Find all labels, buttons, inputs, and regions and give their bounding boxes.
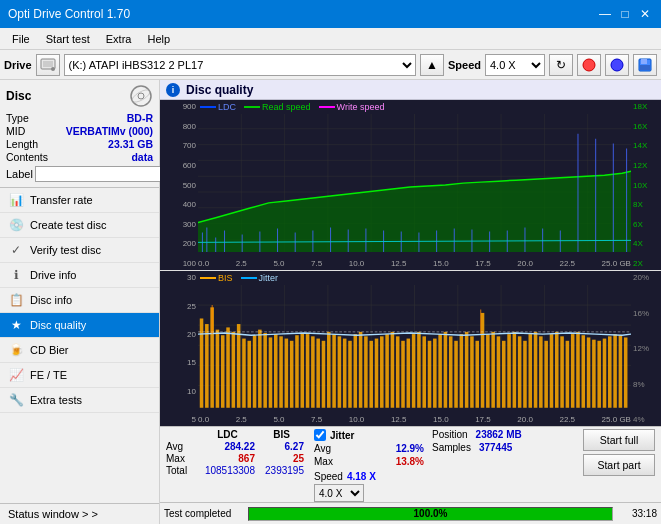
disc-title: Disc <box>6 89 31 103</box>
svg-rect-119 <box>460 334 464 408</box>
svg-rect-116 <box>444 332 448 408</box>
jitter-avg-row: Avg 12.9% <box>314 443 424 454</box>
position-row: Position 23862 MB <box>432 429 522 440</box>
svg-rect-97 <box>343 339 347 408</box>
svg-rect-149 <box>619 335 623 408</box>
status-window-button[interactable]: Status window > > <box>0 503 159 524</box>
svg-rect-73 <box>216 330 220 408</box>
svg-rect-88 <box>295 335 299 408</box>
menu-help[interactable]: Help <box>139 31 178 47</box>
stats-avg-row: Avg 284.22 6.27 <box>166 441 306 452</box>
maximize-button[interactable]: □ <box>617 6 633 22</box>
disc-mid-label: MID <box>6 125 25 137</box>
sidebar-item-cd-bier[interactable]: 🍺 CD Bier <box>0 338 159 363</box>
sidebar-item-label: Disc quality <box>30 319 86 331</box>
erase-button[interactable] <box>605 54 629 76</box>
svg-rect-136 <box>550 334 554 408</box>
chart-header: i Disc quality <box>160 80 661 100</box>
menu-extra[interactable]: Extra <box>98 31 140 47</box>
svg-rect-85 <box>279 337 283 408</box>
progress-track: 100.0% <box>248 507 613 521</box>
status-text: Test completed <box>164 508 244 519</box>
bis-total: 2393195 <box>259 465 304 476</box>
speed-select[interactable]: 4.0 X <box>485 54 545 76</box>
svg-rect-111 <box>417 332 421 408</box>
eject-button[interactable]: ▲ <box>420 54 444 76</box>
disc-contents-label: Contents <box>6 151 48 163</box>
bottom-chart-x-axis: 0.0 2.5 5.0 7.5 10.0 12.5 15.0 17.5 20.0… <box>198 415 631 424</box>
sidebar-item-transfer-rate[interactable]: 📊 Transfer rate <box>0 188 159 213</box>
verify-test-disc-icon: ✓ <box>8 242 24 258</box>
menu-start-test[interactable]: Start test <box>38 31 98 47</box>
drive-icon <box>36 54 60 76</box>
sidebar-item-disc-quality[interactable]: ★ Disc quality <box>0 313 159 338</box>
svg-rect-109 <box>407 339 411 408</box>
svg-rect-146 <box>603 339 607 408</box>
menu-file[interactable]: File <box>4 31 38 47</box>
jitter-checkbox[interactable] <box>314 429 326 441</box>
disc-icon <box>129 84 153 108</box>
minimize-button[interactable]: — <box>597 6 613 22</box>
jitter-color-swatch <box>241 277 257 279</box>
save-button[interactable] <box>633 54 657 76</box>
bis-header: BIS <box>259 429 304 440</box>
sidebar-item-disc-info[interactable]: 📋 Disc info <box>0 288 159 313</box>
burn-button[interactable] <box>577 54 601 76</box>
drive-info-icon: ℹ <box>8 267 24 283</box>
top-chart-legend: LDC Read speed Write speed <box>200 102 384 112</box>
samples-label: Samples <box>432 442 471 453</box>
legend-bis: BIS <box>200 273 233 283</box>
disc-type-value: BD-R <box>127 112 153 124</box>
sidebar-item-create-test-disc[interactable]: 💿 Create test disc <box>0 213 159 238</box>
drive-select[interactable]: (K:) ATAPI iHBS312 2 PL17 <box>64 54 416 76</box>
disc-label-input[interactable] <box>35 166 164 182</box>
chart-title: Disc quality <box>186 83 253 97</box>
create-test-disc-icon: 💿 <box>8 217 24 233</box>
speed-value: 4.18 X <box>347 471 376 482</box>
samples-value: 377445 <box>479 442 512 453</box>
ldc-header: LDC <box>200 429 255 440</box>
ldc-max: 867 <box>200 453 255 464</box>
svg-rect-93 <box>322 341 326 408</box>
sidebar-item-drive-info[interactable]: ℹ Drive info <box>0 263 159 288</box>
sidebar-item-fe-te[interactable]: 📈 FE / TE <box>0 363 159 388</box>
svg-rect-140 <box>571 334 575 408</box>
svg-rect-132 <box>528 334 532 408</box>
svg-rect-1 <box>43 61 53 67</box>
svg-rect-94 <box>327 332 331 408</box>
speed-select-stats[interactable]: 4.0 X <box>314 484 364 502</box>
sidebar-item-verify-test-disc[interactable]: ✓ Verify test disc <box>0 238 159 263</box>
svg-rect-120 <box>465 332 469 408</box>
svg-rect-118 <box>454 341 458 408</box>
svg-rect-106 <box>391 332 395 408</box>
svg-rect-82 <box>263 333 267 408</box>
total-label: Total <box>166 465 196 476</box>
content-area: i Disc quality LDC Read speed <box>160 80 661 524</box>
svg-rect-91 <box>311 337 315 408</box>
svg-rect-125 <box>491 332 495 408</box>
start-full-button[interactable]: Start full <box>583 429 655 451</box>
sidebar-item-label: Drive info <box>30 269 76 281</box>
fe-te-icon: 📈 <box>8 367 24 383</box>
sidebar-item-extra-tests[interactable]: 🔧 Extra tests <box>0 388 159 413</box>
stats-total-row: Total 108513308 2393195 <box>166 465 306 476</box>
charts-container: LDC Read speed Write speed 900 800 70 <box>160 100 661 426</box>
legend-ldc: LDC <box>200 102 236 112</box>
svg-rect-113 <box>428 341 432 408</box>
drive-bar: Drive (K:) ATAPI iHBS312 2 PL17 ▲ Speed … <box>0 50 661 80</box>
svg-rect-130 <box>518 337 522 408</box>
legend-read-speed-label: Read speed <box>262 102 311 112</box>
svg-rect-103 <box>375 339 379 408</box>
jitter-speed-stats: Jitter Avg 12.9% Max 13.8% Speed 4.18 X … <box>314 429 424 502</box>
ldc-avg: 284.22 <box>200 441 255 452</box>
close-button[interactable]: ✕ <box>637 6 653 22</box>
svg-rect-128 <box>507 334 511 408</box>
svg-rect-126 <box>497 337 501 408</box>
legend-ldc-label: LDC <box>218 102 236 112</box>
legend-jitter-label: Jitter <box>259 273 279 283</box>
refresh-button[interactable]: ↻ <box>549 54 573 76</box>
sidebar-item-label: Transfer rate <box>30 194 93 206</box>
disc-length-label: Length <box>6 138 38 150</box>
svg-rect-84 <box>274 334 278 408</box>
start-part-button[interactable]: Start part <box>583 454 655 476</box>
